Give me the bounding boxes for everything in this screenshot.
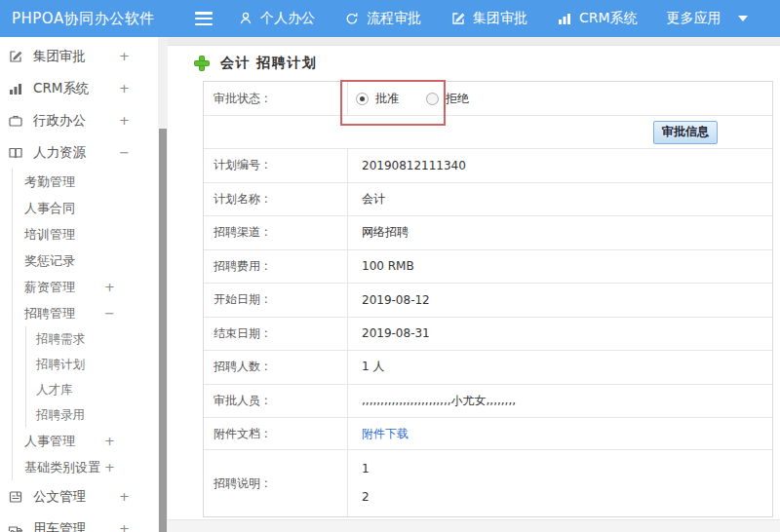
sidebar-item-recruitment[interactable]: 招聘管理 − [13, 300, 158, 326]
sidebar-item-hr-contract[interactable]: 人事合同 [13, 195, 158, 221]
sidebar-scrollbar[interactable] [158, 37, 168, 532]
sidebar-item-label: 集团审批 [33, 48, 86, 65]
expand-icon: + [119, 521, 130, 532]
field-label: 计划名称 : [204, 183, 348, 216]
sidebar-item-documents[interactable]: 公文管理 + [0, 480, 158, 513]
sidebar-item-group-approval[interactable]: 集团审批 + [0, 40, 158, 72]
sidebar-item-label: 培训管理 [24, 226, 75, 244]
sidebar-item-label: 人事管理 [24, 433, 75, 450]
field-label: 结束日期 : [204, 318, 348, 351]
field-label: 招聘人数 : [204, 351, 348, 384]
nav-process-approval[interactable]: 流程审批 [344, 10, 421, 27]
approvers-row: 审批人员 : ,,,,,,,,,,,,,,,,,,,,,,,,小尤女,,,,,,… [204, 385, 772, 419]
expand-icon: + [119, 113, 130, 128]
field-label: 审批状态 : [204, 82, 348, 115]
sidebar-item-crm[interactable]: CRM系统 + [0, 72, 158, 104]
start-date-row: 开始日期 : 2019-08-12 [204, 284, 772, 318]
sidebar-item-label: 奖惩记录 [24, 252, 75, 270]
sidebar-item-vehicle[interactable]: 用车管理 + [0, 513, 158, 532]
field-value: 网络招聘 [348, 216, 772, 249]
field-label: 开始日期 : [204, 284, 348, 317]
edit-square-icon [8, 48, 24, 64]
sidebar-item-personnel[interactable]: 人事管理 + [13, 428, 158, 454]
field-value: 20190812111340 [348, 149, 772, 182]
field-value: 会计 [348, 183, 772, 216]
sidebar-item-label: 人事合同 [24, 200, 75, 217]
bar-chart-icon [557, 11, 572, 26]
description-line: 1 [362, 460, 370, 477]
sidebar-item-recruit-plan[interactable]: 招聘计划 [26, 352, 158, 377]
nav-label: CRM系统 [579, 10, 638, 27]
person-icon [238, 11, 254, 26]
briefcase-icon [8, 112, 24, 129]
bar-chart-icon [8, 80, 24, 96]
nav-crm-system[interactable]: CRM系统 [557, 10, 638, 27]
field-label: 审批人员 : [204, 385, 348, 418]
radio-reject-label: 拒绝 [446, 91, 469, 107]
end-date-row: 结束日期 : 2019-08-31 [204, 318, 772, 352]
field-label: 附件文档 : [204, 418, 348, 449]
plan-number-row: 计划编号 : 20190812111340 [204, 149, 772, 183]
field-value: 1 人 [348, 351, 772, 384]
expand-icon: + [104, 280, 115, 294]
sidebar-item-talent-pool[interactable]: 人才库 [26, 377, 158, 402]
sidebar-item-label: 基础类别设置 [24, 459, 100, 476]
radio-approve-label: 批准 [375, 91, 399, 107]
sidebar-item-base-category[interactable]: 基础类别设置 + [13, 454, 158, 480]
sidebar-item-salary[interactable]: 薪资管理 + [13, 274, 158, 300]
description-value: 1 2 [348, 450, 772, 516]
recruit-cost-row: 招聘费用 : 100 RMB [204, 250, 772, 285]
document-icon [8, 488, 24, 505]
attachment-row: 附件文档 : 附件下载 [204, 418, 772, 450]
collapse-icon: − [104, 306, 115, 321]
sidebar-item-recruit-hire[interactable]: 招聘录用 [26, 402, 158, 428]
sidebar: 集团审批 + CRM系统 + 行政办公 + 人力资源 − [0, 37, 158, 532]
field-label: 计划编号 : [204, 149, 348, 182]
expand-icon: + [104, 460, 115, 475]
sidebar-item-label: 行政办公 [33, 112, 86, 130]
caret-down-icon [738, 16, 748, 21]
nav-group-approval[interactable]: 集团审批 [450, 10, 527, 27]
sidebar-item-attendance[interactable]: 考勤管理 [13, 169, 158, 195]
hamburger-menu-icon[interactable] [195, 12, 213, 25]
nav-personal-office[interactable]: 个人办公 [238, 10, 315, 27]
expand-icon: + [104, 434, 115, 448]
add-icon[interactable] [195, 57, 209, 70]
scrollbar-thumb[interactable] [159, 129, 167, 532]
approval-status-options: 批准 拒绝 [348, 82, 772, 115]
expand-icon: + [119, 81, 130, 95]
nav-label: 更多应用 [667, 10, 722, 27]
sidebar-item-label: 人力资源 [33, 144, 86, 162]
nav-label: 流程审批 [367, 10, 421, 27]
expand-icon: + [119, 49, 130, 63]
sidebar-item-label: 招聘需求 [36, 331, 85, 348]
field-value: 2019-08-31 [348, 318, 772, 351]
car-icon [8, 520, 24, 532]
sidebar-item-rewards[interactable]: 奖惩记录 [13, 247, 158, 274]
sidebar-item-admin-office[interactable]: 行政办公 + [0, 104, 158, 136]
field-label: 招聘费用 : [204, 250, 348, 284]
approval-info-button[interactable]: 审批信息 [653, 121, 718, 144]
recruitment-submenu: 招聘需求 招聘计划 人才库 招聘录用 [25, 326, 158, 428]
sidebar-item-label: 薪资管理 [24, 279, 75, 296]
radio-reject[interactable] [426, 93, 439, 105]
approval-button-row: 审批信息 [204, 116, 772, 149]
content-bottom-strip [168, 519, 780, 532]
content-top-strip [168, 37, 780, 46]
page-title: 会计 招聘计划 [220, 55, 317, 72]
field-label: 招聘说明 : [204, 450, 348, 516]
nav-more-apps[interactable]: 更多应用 [667, 10, 748, 27]
sidebar-item-training[interactable]: 培训管理 [13, 221, 158, 247]
attachment-download-link[interactable]: 附件下载 [362, 426, 409, 442]
field-label: 招聘渠道 : [204, 216, 348, 249]
radio-approve[interactable] [356, 93, 369, 105]
approval-status-row: 审批状态 : 批准 拒绝 [204, 82, 772, 116]
sidebar-item-recruit-demand[interactable]: 招聘需求 [26, 326, 158, 352]
sidebar-item-hr[interactable]: 人力资源 − [0, 136, 158, 169]
top-navbar: PHPOA协同办公软件 个人办公 流程审批 [0, 0, 780, 37]
main-content: 会计 招聘计划 审批状态 : 批准 拒绝 审批信息 计划编号 : 2019081… [168, 37, 780, 532]
sidebar-item-label: 招聘管理 [24, 305, 75, 323]
field-value: 2019-08-12 [348, 284, 772, 317]
app-logo[interactable]: PHPOA协同办公软件 [0, 10, 195, 28]
book-icon [8, 144, 24, 161]
